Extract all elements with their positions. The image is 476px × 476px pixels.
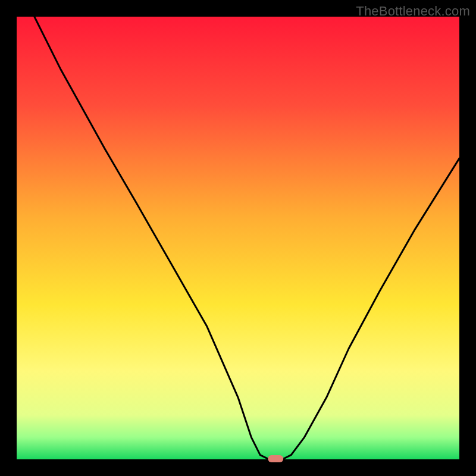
stage: TheBottleneck.com — [0, 0, 476, 476]
watermark-text: TheBottleneck.com — [356, 4, 470, 19]
bottleneck-chart — [0, 0, 476, 476]
optimum-marker — [268, 455, 283, 462]
plot-background — [17, 17, 459, 459]
